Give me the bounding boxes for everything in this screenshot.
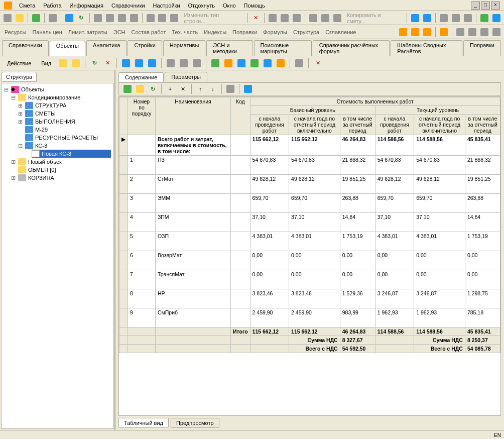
tb-truck1-icon[interactable] [398,27,409,38]
cell[interactable]: 1 753,19 [340,232,375,251]
menu-info[interactable]: Информация [66,2,107,10]
tree-novy[interactable]: ⊞Новый объект [11,158,111,166]
link-limit[interactable]: Лимит. затраты [66,28,110,36]
row-handle[interactable] [119,289,128,308]
ar-icon-7[interactable] [210,58,221,69]
cell[interactable]: 0,00 [289,270,340,289]
link-price-panel[interactable]: Панель цен [30,28,64,36]
cell[interactable]: 1 962,93 [375,308,414,327]
minimize-button[interactable]: _ [471,2,480,10]
row-handle[interactable] [119,175,128,194]
tab-popravki[interactable]: Поправки [463,40,501,56]
ar-icon-9[interactable] [236,58,247,69]
link-index[interactable]: Индексы [201,28,229,36]
cell[interactable]: 21 868,32 [465,156,500,175]
cell[interactable]: 114 588,56 [375,135,414,156]
tree-resursnye[interactable]: РЕСУРСНЫЕ РАСЧЕТЫ [18,134,111,142]
tree-kond[interactable]: ⊟ Кондиционирование [11,93,111,101]
cell[interactable]: 4 [128,213,156,232]
tb-indent1-icon[interactable] [455,27,466,38]
cell[interactable]: 37,10 [289,213,340,232]
cell[interactable] [230,194,250,213]
tab-objekty[interactable]: Объекты [50,41,85,56]
tb-icon-r[interactable] [462,13,473,24]
cell[interactable]: 0,00 [375,270,414,289]
mt-down-icon[interactable]: ↓ [207,83,218,94]
cell[interactable]: СмПриб [155,308,230,327]
sidebar-tab-struktura[interactable]: Структура [2,72,37,82]
cell[interactable]: 37,10 [414,213,465,232]
ar-icon-11[interactable] [262,58,273,69]
view-button[interactable]: Вид [37,59,55,67]
tb-refresh-icon[interactable]: ↻ [76,13,87,24]
content-tab-param[interactable]: Параметры [165,72,207,81]
cell[interactable]: 1 [128,156,156,175]
tab-normativy[interactable]: Нормативы [163,40,206,56]
btab-preview[interactable]: Предпросмотр [171,418,219,428]
tb-icon-g[interactable] [169,13,180,24]
ar-refresh-icon[interactable]: ↻ [89,58,100,69]
cell[interactable]: 0,00 [340,270,375,289]
tb-icon-j[interactable] [291,13,302,24]
cell[interactable]: ПЗ [155,156,230,175]
ar-icon-2[interactable] [134,58,145,69]
link-oglavlenie[interactable]: Оглавление [323,28,358,36]
tab-spravochniki[interactable]: Справочники [2,40,49,56]
ar-icon-12[interactable] [275,58,286,69]
cell[interactable] [230,213,250,232]
tb-indent3-icon[interactable] [479,27,490,38]
ar-icon-8[interactable] [223,58,234,69]
tb-icon-m[interactable] [332,13,343,24]
menu-rabota[interactable]: Работа [39,2,65,10]
cell[interactable]: 49 628,12 [289,175,340,194]
tb-open-icon[interactable] [14,13,25,24]
cell[interactable]: 49 628,12 [375,175,414,194]
cell[interactable] [128,135,156,156]
mt-up-icon[interactable]: ↑ [195,83,206,94]
cell[interactable]: НР [155,289,230,308]
cell[interactable]: 1 753,19 [465,232,500,251]
row-handle[interactable] [119,213,128,232]
cell[interactable]: 0,00 [465,270,500,289]
tree-korzina[interactable]: ⊞КОРЗИНА [11,174,111,182]
menu-okno[interactable]: Окно [219,2,240,10]
tree-obmen[interactable]: ОБМЕН [0] [11,166,111,174]
cell[interactable]: ТранспМат [155,270,230,289]
cell[interactable]: 3 246,87 [414,289,465,308]
cell[interactable]: 54 670,83 [414,156,465,175]
cell[interactable]: 37,10 [375,213,414,232]
cell[interactable]: 1 298,75 [465,289,500,308]
tab-esn[interactable]: ЭСН и методики [206,40,253,56]
tb-indent2-icon[interactable] [467,27,478,38]
link-sostav[interactable]: Состав работ [129,28,169,36]
ar-delete-icon[interactable]: ✕ [102,58,113,69]
row-handle[interactable] [119,156,128,175]
data-grid[interactable]: Номер по порядку Наименования Код Стоимо… [119,97,500,353]
cell[interactable]: 8 [128,289,156,308]
cell[interactable]: ЗПМ [155,213,230,232]
cell[interactable]: ЭММ [155,194,230,213]
cell[interactable]: 0,00 [414,270,465,289]
row-handle[interactable]: ▶ [119,135,128,156]
row-handle[interactable] [119,308,128,327]
menu-smeta[interactable]: Смета [15,2,39,10]
mt-exit-icon[interactable] [242,83,254,94]
cell[interactable]: 54 670,83 [289,156,340,175]
tb-search-icon[interactable] [47,13,58,24]
col-t2[interactable]: с начала года по отчетный период включит… [414,115,465,135]
ar-icon-13[interactable] [294,58,305,69]
mt-add-icon[interactable]: + [165,83,176,94]
cell[interactable]: 0,00 [465,251,500,270]
tb-icon-q[interactable] [450,13,461,24]
tb-truck4-icon[interactable] [438,27,449,38]
cell[interactable]: 3 823,46 [250,289,289,308]
close-button[interactable]: × [491,2,500,10]
cell[interactable]: 3 [128,194,156,213]
tb-excel-icon[interactable] [31,13,42,24]
link-tech[interactable]: Тех. часть [169,28,200,36]
tb-icon-e[interactable] [145,13,156,24]
cell[interactable]: 2 [128,175,156,194]
tb-change-type-label[interactable]: Изменить тип строки... [181,11,245,25]
cell[interactable] [230,135,250,156]
cell[interactable]: Всего работ и затрат, включаемых в стоим… [155,135,230,156]
